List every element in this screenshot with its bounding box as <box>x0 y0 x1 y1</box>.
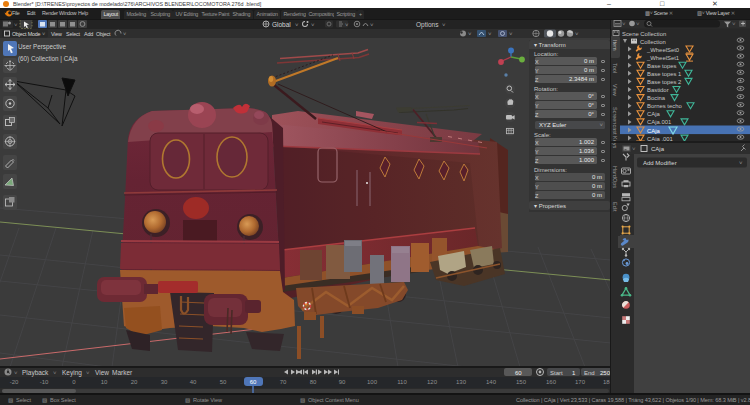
svg-text:˅: ˅ <box>14 370 18 376</box>
svg-text:˅: ˅ <box>509 31 513 37</box>
svg-text:Marker: Marker <box>112 369 133 376</box>
svg-text:Playback: Playback <box>22 369 49 377</box>
svg-text:10: 10 <box>101 379 108 385</box>
svg-text:˅: ˅ <box>468 31 472 37</box>
svg-text:View: View <box>51 31 62 37</box>
svg-text:˅: ˅ <box>53 370 57 376</box>
svg-text:110: 110 <box>397 379 407 385</box>
svg-text:˅: ˅ <box>488 31 492 37</box>
svg-text:˅: ˅ <box>575 31 579 37</box>
svg-text:˅: ˅ <box>442 22 446 28</box>
svg-text:120: 120 <box>427 379 438 385</box>
svg-text:Base topes 1: Base topes 1 <box>647 70 681 76</box>
svg-text:X: X <box>535 175 539 181</box>
svg-text:140: 140 <box>486 379 497 385</box>
svg-text:View: View <box>95 369 109 376</box>
svg-text:Z: Z <box>535 112 539 118</box>
svg-text:Bastidor: Bastidor <box>647 87 669 93</box>
svg-text:˅: ˅ <box>739 160 743 166</box>
svg-text:X: X <box>535 140 539 146</box>
svg-text:100: 100 <box>367 379 378 385</box>
svg-text:X: X <box>535 94 539 100</box>
svg-text:˅: ˅ <box>86 370 90 376</box>
svg-text:160: 160 <box>546 379 557 385</box>
svg-text:Y: Y <box>535 68 539 74</box>
svg-text:X: X <box>535 59 539 65</box>
svg-text:Base topes: Base topes <box>647 62 677 68</box>
svg-text:Add Modifier: Add Modifier <box>643 160 677 166</box>
svg-text:˅: ˅ <box>636 21 640 27</box>
svg-text:Keying: Keying <box>62 369 82 377</box>
svg-text:Y: Y <box>535 184 539 190</box>
svg-text:˅: ˅ <box>632 146 636 152</box>
svg-text:˅: ˅ <box>622 21 626 27</box>
svg-text:Scene Collection: Scene Collection <box>622 30 666 36</box>
svg-text:_WheelSet0: _WheelSet0 <box>646 46 680 52</box>
svg-text:CAja.001: CAja.001 <box>647 119 671 125</box>
svg-text:˅: ˅ <box>345 22 349 28</box>
svg-text:End: End <box>584 370 595 376</box>
svg-text:˅: ˅ <box>123 31 126 37</box>
svg-text:Collection: Collection <box>640 38 666 44</box>
svg-text:Z: Z <box>535 77 539 83</box>
svg-text:60: 60 <box>515 370 522 376</box>
svg-text:150: 150 <box>516 379 527 385</box>
svg-text:Global: Global <box>272 21 291 28</box>
svg-text:˅: ˅ <box>311 22 315 28</box>
svg-text:˅: ˅ <box>370 22 374 28</box>
svg-text:Add: Add <box>84 31 93 37</box>
svg-text:60: 60 <box>250 379 257 385</box>
svg-text:CAja: CAja <box>647 111 660 117</box>
svg-text:Y: Y <box>535 149 539 155</box>
svg-text:˅: ˅ <box>295 22 299 28</box>
svg-text:50: 50 <box>220 379 227 385</box>
svg-text:Edit: Edit <box>612 202 618 212</box>
svg-text:20: 20 <box>131 379 138 385</box>
svg-text:80: 80 <box>310 379 317 385</box>
svg-text:Bocina: Bocina <box>647 95 666 101</box>
svg-text:-10: -10 <box>40 379 49 385</box>
svg-text:-20: -20 <box>10 379 19 385</box>
svg-text:Z: Z <box>535 193 539 199</box>
svg-text:Item: Item <box>612 40 618 51</box>
svg-text:Select: Select <box>66 31 80 37</box>
svg-text:_WheelSet1: _WheelSet1 <box>646 54 679 60</box>
svg-text:˅: ˅ <box>732 21 736 27</box>
svg-text:HardOps: HardOps <box>612 166 618 188</box>
svg-text:˅: ˅ <box>14 22 18 28</box>
svg-text:CAja: CAja <box>647 127 660 133</box>
svg-text:70: 70 <box>280 379 287 385</box>
svg-text:30: 30 <box>161 379 168 385</box>
svg-text:Tool: Tool <box>612 63 618 73</box>
svg-text:Bornes techo: Bornes techo <box>647 103 682 109</box>
svg-text:Object Mode: Object Mode <box>12 31 41 37</box>
svg-text:Z: Z <box>535 158 539 164</box>
svg-text:130: 130 <box>456 379 467 385</box>
svg-text:Start: Start <box>550 370 563 376</box>
svg-text:Y: Y <box>535 103 539 109</box>
svg-text:Object: Object <box>96 31 111 37</box>
svg-text:40: 40 <box>190 379 197 385</box>
svg-text:CAja: CAja <box>651 146 665 152</box>
svg-text:170: 170 <box>575 379 586 385</box>
svg-text:View: View <box>612 84 618 96</box>
svg-text:90: 90 <box>339 379 346 385</box>
svg-text:Options: Options <box>416 21 439 29</box>
svg-text:˅: ˅ <box>42 31 45 37</box>
svg-text:Base topes 2: Base topes 2 <box>647 79 681 85</box>
